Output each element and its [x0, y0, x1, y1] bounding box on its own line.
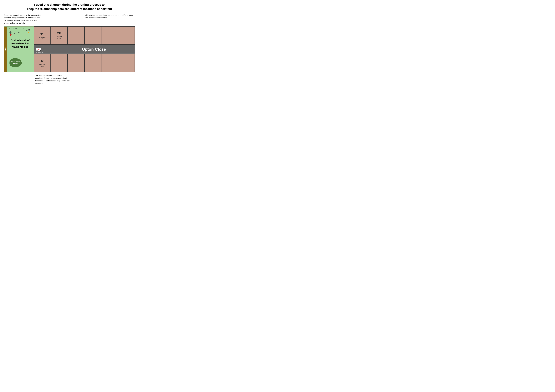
svg-line-7	[10, 32, 12, 33]
annotation-left: Margaret's house is closest to the meado…	[4, 14, 42, 24]
svg-line-9	[10, 34, 11, 35]
bottom-annotation: The placement of Len's house isn't menti…	[35, 74, 71, 85]
house-bottom-6	[118, 54, 135, 72]
house-20: 20 Jill andFrank	[51, 26, 67, 45]
annotation-right: Jill says that Margaret lives next-door …	[85, 14, 135, 19]
fence-label: Fence	[5, 47, 6, 51]
ambulance-label: Ambulance	[36, 52, 43, 53]
wheel-left	[37, 50, 37, 51]
road-label: Upton Close	[82, 47, 106, 52]
svg-text:✕: ✕	[28, 29, 30, 31]
ambulance: + Ambulance	[36, 48, 41, 51]
stick-figure-left	[8, 29, 13, 36]
house-18-number: 18	[40, 59, 44, 63]
house-19-name: Margaret	[39, 36, 46, 38]
dog-bush: Dog hiding bushes	[9, 58, 22, 67]
house-19-number: 19	[40, 32, 44, 36]
meadow-title: "Upton Meadow" Area where Len walks his …	[8, 38, 33, 49]
house-top-5	[101, 26, 118, 45]
house-19: 19 Margaret	[34, 26, 51, 45]
house-20-number: 20	[57, 31, 61, 35]
house-20-name: Jill andFrank	[57, 36, 62, 39]
top-houses-row: 19 Margaret 20 Jill andFrank	[34, 26, 135, 45]
bottom-houses-row: 18 Len andHolly	[34, 54, 135, 72]
house-bottom-5	[101, 54, 118, 72]
fence: Fence	[4, 27, 7, 72]
dog-bush-label: Dog hiding bushes	[11, 60, 20, 65]
svg-point-4	[10, 30, 11, 31]
house-top-6	[118, 26, 135, 45]
svg-line-0	[11, 30, 29, 34]
svg-line-6	[9, 32, 10, 33]
house-bottom-4	[84, 54, 101, 72]
page-title: I used this diagram during the drafting …	[4, 3, 135, 11]
ambulance-box: +	[36, 48, 41, 51]
svg-line-8	[9, 34, 10, 35]
house-top-4	[84, 26, 101, 45]
house-bottom-2	[51, 54, 67, 72]
house-18-name: Len andHolly	[39, 64, 45, 67]
road: + Ambulance Upton Close	[34, 45, 135, 54]
house-top-3	[67, 26, 84, 45]
meadow-area: Fence Red football breaks window here ✕ …	[4, 26, 34, 72]
house-bottom-3	[67, 54, 84, 72]
ambulance-cross: +	[38, 48, 39, 50]
houses-section: 19 Margaret 20 Jill andFrank +	[34, 26, 135, 72]
wheel-right	[40, 50, 41, 51]
house-18: 18 Len andHolly	[34, 54, 51, 72]
svg-text:🏃: 🏃	[27, 32, 29, 34]
